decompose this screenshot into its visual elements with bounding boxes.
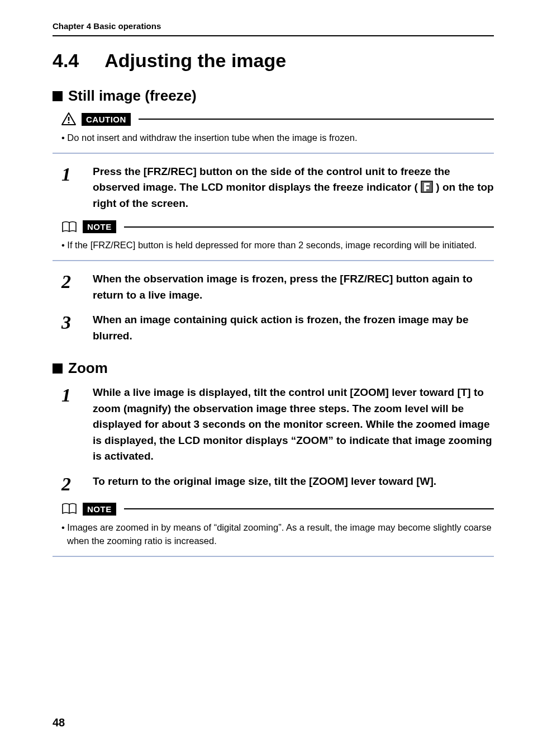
svg-rect-1: [68, 122, 70, 124]
caution-row: CAUTION: [61, 112, 494, 126]
subsection-zoom-label: Zoom: [68, 360, 108, 377]
step-body: When an image containing quick action is…: [93, 312, 494, 344]
svg-rect-0: [68, 117, 70, 121]
subsection-zoom-title: Zoom: [53, 360, 494, 377]
step-number: 1: [61, 164, 78, 184]
divider: [53, 153, 494, 154]
section-title: 4.4 Adjusting the image: [53, 50, 494, 72]
step-number: 1: [61, 385, 78, 405]
note-badge-still: NOTE: [83, 220, 116, 233]
freeze-indicator-icon: [421, 181, 433, 193]
square-bullet-icon: [53, 363, 63, 374]
divider: [53, 556, 494, 557]
note-text-still: • If the [FRZ/REC] button is held depres…: [61, 239, 494, 252]
step-body: Press the [FRZ/REC] button on the side o…: [93, 164, 494, 212]
caution-badge: CAUTION: [82, 113, 131, 126]
step-number: 2: [61, 474, 78, 494]
step1-pre: Press the [FRZ/REC] button on the side o…: [93, 166, 450, 193]
note-rule: [124, 226, 494, 228]
note-text-zoom: • Images are zoomed in by means of “digi…: [61, 521, 494, 548]
step-still-1: 1 Press the [FRZ/REC] button on the side…: [61, 164, 494, 212]
step-still-3: 3 When an image containing quick action …: [61, 312, 494, 344]
section-name: Adjusting the image: [104, 50, 286, 71]
subsection-still-title: Still image (freeze): [53, 87, 494, 105]
note-row-zoom: NOTE: [61, 503, 494, 516]
step-body: To return to the original image size, ti…: [93, 474, 494, 490]
divider: [53, 260, 494, 261]
step-body: While a live image is displayed, tilt th…: [93, 385, 494, 465]
step-zoom-1: 1 While a live image is displayed, tilt …: [61, 385, 494, 465]
square-bullet-icon: [53, 91, 63, 101]
book-icon: [61, 221, 77, 233]
step-number: 3: [61, 312, 78, 332]
caution-rule: [139, 119, 494, 120]
section-number: 4.4: [53, 50, 79, 71]
note-rule: [124, 508, 494, 509]
note-badge-zoom: NOTE: [83, 503, 116, 516]
book-icon: [61, 503, 77, 515]
step-zoom-2: 2 To return to the original image size, …: [61, 474, 494, 494]
page-number: 48: [53, 716, 65, 729]
step-number: 2: [61, 271, 78, 291]
warning-triangle-icon: [61, 112, 76, 126]
caution-text: • Do not insert and withdraw the inserti…: [61, 131, 494, 145]
chapter-header: Chapter 4 Basic operations: [53, 21, 494, 36]
subsection-still-label: Still image (freeze): [68, 87, 197, 105]
note-row-still: NOTE: [61, 220, 494, 233]
step-body: When the observation image is frozen, pr…: [93, 271, 494, 303]
step-still-2: 2 When the observation image is frozen, …: [61, 271, 494, 303]
